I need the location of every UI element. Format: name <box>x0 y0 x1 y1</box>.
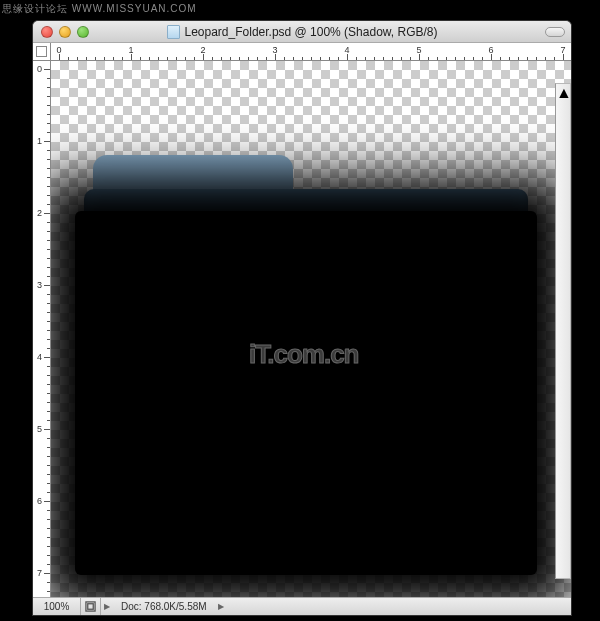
document-icon <box>167 25 180 39</box>
ruler-v-label: 7 <box>37 568 42 578</box>
close-button[interactable] <box>41 26 53 38</box>
ruler-h-label: 0 <box>56 45 61 55</box>
status-preview-icon[interactable] <box>81 598 101 615</box>
ruler-origin[interactable] <box>33 43 51 61</box>
scroll-up-icon[interactable]: ▲ <box>556 84 570 102</box>
ruler-h-label: 6 <box>488 45 493 55</box>
status-bar: 100% ▶ Doc: 768.0K/5.58M ▶ <box>33 597 571 615</box>
artwork: iT.com.cn <box>51 61 571 597</box>
toolbar-toggle-button[interactable] <box>545 27 565 37</box>
zoom-button[interactable] <box>77 26 89 38</box>
ruler-h-label: 2 <box>200 45 205 55</box>
status-menu-right-icon[interactable]: ▶ <box>215 602 227 611</box>
ruler-v-label: 6 <box>37 496 42 506</box>
ruler-h-label: 4 <box>344 45 349 55</box>
doc-info[interactable]: Doc: 768.0K/5.58M <box>113 601 215 612</box>
external-watermark: 思缘设计论坛 WWW.MISSYUAN.COM <box>2 2 197 16</box>
svg-rect-1 <box>88 604 94 610</box>
window-controls <box>41 26 89 38</box>
scrollbar-vertical[interactable]: ▲ <box>555 83 571 579</box>
ruler-h-label: 3 <box>272 45 277 55</box>
ruler-v-label: 4 <box>37 352 42 362</box>
shadow-layer <box>75 211 537 575</box>
canvas[interactable]: iT.com.cn <box>51 61 571 597</box>
ruler-v-label: 0 <box>37 64 42 74</box>
photoshop-window: Leopard_Folder.psd @ 100% (Shadow, RGB/8… <box>32 20 572 616</box>
titlebar[interactable]: Leopard_Folder.psd @ 100% (Shadow, RGB/8… <box>33 21 571 43</box>
zoom-field[interactable]: 100% <box>33 598 81 615</box>
ruler-vertical[interactable]: 01234567 <box>33 61 51 597</box>
title-text: Leopard_Folder.psd @ 100% (Shadow, RGB/8… <box>185 25 438 39</box>
ruler-h-label: 5 <box>416 45 421 55</box>
window-title: Leopard_Folder.psd @ 100% (Shadow, RGB/8… <box>33 25 571 39</box>
ruler-h-label: 7 <box>560 45 565 55</box>
ruler-horizontal[interactable]: 01234567 <box>51 43 571 61</box>
status-menu-left-icon[interactable]: ▶ <box>101 602 113 611</box>
ruler-v-label: 2 <box>37 208 42 218</box>
ruler-v-label: 3 <box>37 280 42 290</box>
ruler-h-label: 1 <box>128 45 133 55</box>
ruler-v-label: 5 <box>37 424 42 434</box>
ruler-v-label: 1 <box>37 136 42 146</box>
minimize-button[interactable] <box>59 26 71 38</box>
document-area: 01234567 01234567 iT.com.cn ▲ <box>33 43 571 597</box>
